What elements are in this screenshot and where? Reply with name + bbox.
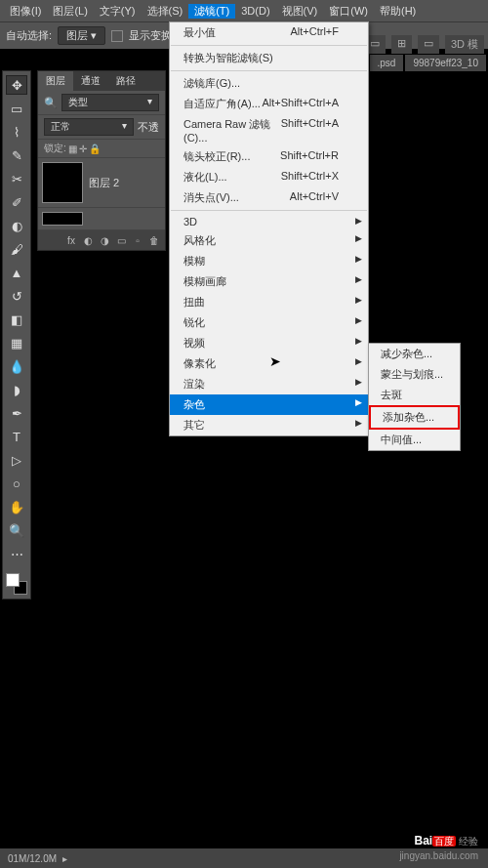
control-icon[interactable]: ⊞ [391, 35, 412, 54]
menu-item[interactable]: 其它▶ [170, 415, 368, 435]
menu-item[interactable]: 滤镜(T) [188, 4, 235, 19]
menu-item[interactable]: 视图(V) [276, 4, 324, 19]
chevron-down-icon: ▾ [147, 96, 152, 109]
submenu-item[interactable]: 去斑 [369, 385, 460, 405]
blend-mode-dropdown[interactable]: 正常▾ [44, 118, 134, 136]
submenu-arrow-icon: ▶ [355, 254, 362, 264]
lock-position-icon[interactable]: ✛ [79, 144, 87, 154]
chevron-down-icon: ▾ [91, 29, 97, 41]
menubar: 图像(I)图层(L)文字(Y)选择(S)滤镜(T)3D(D)视图(V)窗口(W)… [0, 0, 488, 21]
lock-all-icon[interactable]: 🔒 [89, 144, 101, 154]
color-swatches[interactable] [6, 573, 27, 595]
noise-submenu: 减少杂色...蒙尘与划痕...去斑添加杂色...中间值... [368, 343, 461, 451]
separator [171, 70, 367, 71]
submenu-item[interactable]: 减少杂色... [369, 344, 460, 364]
menu-item[interactable]: 3D(D) [235, 5, 275, 17]
menu-item[interactable]: 像素化▶ [170, 353, 368, 374]
gradient-tool[interactable]: ▦ [6, 333, 27, 352]
layer-row[interactable]: 图层 2 [38, 158, 165, 208]
lasso-tool[interactable]: ⌇ [6, 122, 27, 142]
menu-item[interactable]: 锐化▶ [170, 312, 368, 333]
marquee-tool[interactable]: ▭ [6, 99, 27, 118]
lock-label: 锁定: [44, 142, 66, 155]
menu-item[interactable]: 滤镜库(G)... [170, 73, 368, 94]
menu-item[interactable]: 图层(L) [47, 4, 93, 19]
submenu-arrow-icon: ▶ [355, 397, 362, 407]
history-brush-tool[interactable]: ↺ [6, 286, 27, 306]
fx-icon[interactable]: fx [64, 233, 78, 247]
menu-item[interactable]: 最小值Alt+Ctrl+F [170, 22, 368, 43]
menu-item[interactable]: 图像(I) [4, 4, 47, 19]
menu-item[interactable]: 文字(Y) [94, 4, 142, 19]
dodge-tool[interactable]: ◗ [6, 380, 27, 399]
menu-item[interactable]: 转换为智能滤镜(S) [170, 48, 368, 68]
mask-icon[interactable]: ◐ [81, 233, 95, 247]
panel-tabs: 图层 通道 路径 [38, 71, 165, 91]
submenu-item[interactable]: 中间值... [369, 430, 460, 450]
mode-3d-button[interactable]: 3D 模 [445, 35, 484, 54]
quick-select-tool[interactable]: ✎ [6, 145, 27, 165]
menu-item[interactable]: 镜头校正(R)...Shift+Ctrl+R [170, 146, 368, 167]
menu-item[interactable]: 模糊▶ [170, 251, 368, 271]
tab-paths[interactable]: 路径 [108, 71, 143, 91]
pen-tool[interactable]: ✒ [6, 403, 27, 423]
submenu-item[interactable]: 蒙尘与划痕... [369, 364, 460, 385]
auto-select-label: 自动选择: [6, 28, 52, 43]
menu-item[interactable]: 扭曲▶ [170, 292, 368, 312]
chevron-right-icon[interactable]: ▸ [62, 853, 67, 864]
layer-thumbnail[interactable] [42, 212, 83, 226]
adjustment-icon[interactable]: ◑ [98, 233, 111, 247]
lock-pixels-icon[interactable]: ▦ [68, 144, 77, 154]
layer-panel-footer: fx ◐ ◑ ▭ ▫ 🗑 [38, 230, 165, 250]
submenu-arrow-icon: ▶ [355, 356, 362, 366]
blur-tool[interactable]: 💧 [6, 356, 27, 376]
menu-item[interactable]: 液化(L)...Shift+Ctrl+X [170, 167, 368, 187]
tab-layers[interactable]: 图层 [38, 71, 73, 91]
filter-type-dropdown[interactable]: 类型▾ [61, 94, 159, 111]
menu-item[interactable]: 3D▶ [170, 213, 368, 230]
hand-tool[interactable]: ✋ [6, 497, 27, 517]
submenu-arrow-icon: ▶ [355, 377, 362, 387]
healing-tool[interactable]: ◐ [6, 216, 27, 235]
filter-menu: 最小值Alt+Ctrl+F转换为智能滤镜(S)滤镜库(G)...自适应广角(A)… [169, 21, 369, 436]
menu-item[interactable]: Camera Raw 滤镜(C)...Shift+Ctrl+A [170, 114, 368, 146]
menu-item[interactable]: 风格化▶ [170, 230, 368, 251]
separator [171, 210, 367, 211]
crop-tool[interactable]: ✂ [6, 169, 27, 188]
menu-item[interactable]: 模糊画廊▶ [170, 271, 368, 292]
menu-item[interactable]: 自适应广角(A)...Alt+Shift+Ctrl+A [170, 94, 368, 114]
layer-name[interactable]: 图层 2 [89, 176, 119, 190]
show-transform-checkbox[interactable] [111, 30, 123, 42]
move-tool[interactable]: ✥ [6, 75, 27, 95]
layer-row[interactable] [38, 208, 165, 230]
submenu-arrow-icon: ▶ [355, 216, 362, 226]
menu-item[interactable]: 视频▶ [170, 333, 368, 353]
menu-item[interactable]: 杂色▶ [170, 394, 368, 415]
submenu-item[interactable]: 添加杂色... [369, 405, 460, 430]
path-tool[interactable]: ▷ [6, 450, 27, 470]
brush-tool[interactable]: 🖌 [6, 239, 27, 259]
tab-channels[interactable]: 通道 [73, 71, 108, 91]
new-layer-icon[interactable]: ▫ [131, 233, 144, 247]
stamp-tool[interactable]: ▲ [6, 263, 27, 282]
eyedropper-tool[interactable]: ✐ [6, 192, 27, 212]
foreground-color[interactable] [6, 573, 20, 587]
menu-item[interactable]: 消失点(V)...Alt+Ctrl+V [170, 187, 368, 208]
trash-icon[interactable]: 🗑 [147, 233, 161, 247]
auto-select-dropdown[interactable]: 图层 ▾ [58, 26, 105, 45]
folder-icon[interactable]: ▭ [114, 233, 128, 247]
chevron-down-icon: ▾ [122, 120, 127, 134]
menu-item[interactable]: 窗口(W) [323, 4, 374, 19]
shape-tool[interactable]: ○ [6, 474, 27, 493]
menu-item[interactable]: 渲染▶ [170, 374, 368, 394]
menu-item[interactable]: 选择(S) [142, 4, 189, 19]
more-tool[interactable]: ⋯ [6, 544, 27, 563]
menu-item[interactable]: 帮助(H) [374, 4, 422, 19]
layer-thumbnail[interactable] [42, 162, 83, 203]
document-tab[interactable]: .psd [370, 55, 404, 71]
zoom-tool[interactable]: 🔍 [6, 520, 27, 540]
eraser-tool[interactable]: ◧ [6, 310, 27, 329]
document-tab[interactable]: 99879eff23_10 [405, 55, 486, 71]
control-icon[interactable]: ▭ [418, 35, 439, 54]
type-tool[interactable]: T [6, 427, 27, 446]
